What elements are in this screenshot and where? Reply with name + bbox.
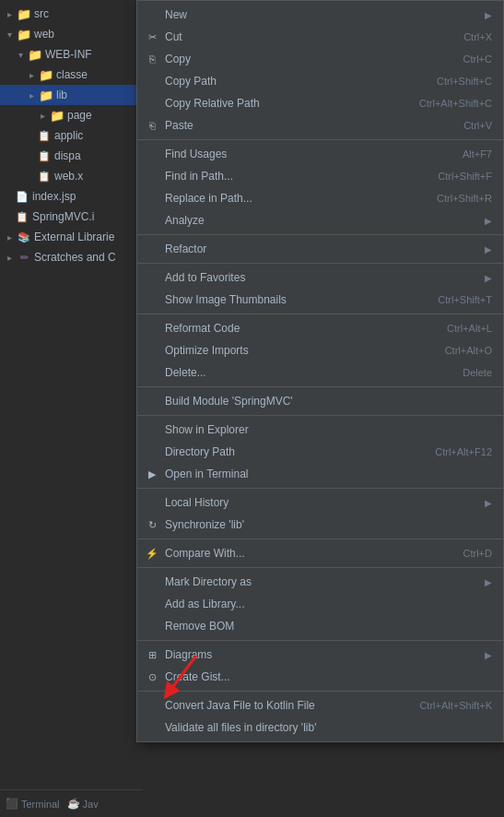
tree-item[interactable]: ▸✏ Scratches and C [0,247,143,267]
menu-item-local-history[interactable]: Local History ▶ [137,491,503,514]
menu-item-icon [145,7,159,22]
menu-shortcut: Ctrl+Alt+L [447,323,492,334]
folder-icon: 📁 [28,47,42,62]
tree-item[interactable]: 📄 index.jsp [0,186,143,207]
tree-item-label: lib [56,89,67,101]
menu-item-add-as-library[interactable]: Add as Library... [137,593,503,615]
menu-item-add-to-favorites[interactable]: Add to Favorites ▶ [137,266,503,289]
file-icon: 📋 [37,169,52,184]
tree-item-label: WEB-INF [45,48,92,61]
menu-item-icon: ▶ [145,467,159,481]
menu-item-find-in-path[interactable]: Find in Path... Ctrl+Shift+F [137,165,503,187]
tree-item-label: classe [56,68,88,81]
menu-shortcut: Ctrl+Alt+O [445,345,492,356]
menu-separator [137,314,503,314]
menu-item-directory-path[interactable]: Directory Path Ctrl+Alt+F12 [137,441,503,463]
menu-item-compare-with[interactable]: ⚡ Compare With... Ctrl+D [137,542,503,564]
menu-item-analyze[interactable]: Analyze ▶ [137,209,503,231]
menu-item-label: Analyze [165,214,205,227]
folder-icon: 📁 [39,67,53,82]
menu-item-replace-in-path[interactable]: Replace in Path... Ctrl+Shift+R [137,187,503,209]
menu-item-icon [145,394,159,408]
menu-item-label: Cut [165,30,182,43]
file-icon: 📋 [37,128,52,143]
menu-item-delete[interactable]: Delete... Delete [137,361,503,384]
tree-item[interactable]: ▸📁 lib [0,85,143,105]
menu-item-label: Compare With... [165,547,245,560]
menu-item-find-usages[interactable]: Find Usages Alt+F7 [137,143,503,165]
terminal-tab[interactable]: ⬛ Terminal [6,798,60,810]
menu-item-label: Paste [165,119,193,132]
menu-item-label: Open in Terminal [165,468,249,480]
menu-item-new[interactable]: New ▶ [137,4,503,26]
menu-item-label: Copy Path [165,75,217,88]
menu-item-reformat-code[interactable]: Reformat Code Ctrl+Alt+L [137,317,503,339]
tree-item-label: SpringMVC.i [32,210,94,223]
tree-item[interactable]: ▸📚 External Librarie [0,227,143,247]
menu-item-optimize-imports[interactable]: Optimize Imports Ctrl+Alt+O [137,339,503,361]
menu-item-label: Local History [165,496,229,509]
menu-item-refactor[interactable]: Refactor ▶ [137,238,503,260]
menu-item-icon: ✂ [145,30,159,44]
project-tree: ▸📁 src ▾📁 web ▾📁 WEB-INF ▸📁 classe ▸📁 li… [0,0,143,817]
tree-item-label: web.x [54,170,83,183]
menu-item-cut[interactable]: ✂ Cut Ctrl+X [137,26,503,48]
menu-item-label: Convert Java File to Kotlin File [165,699,315,712]
menu-item-label: Diagrams [165,648,212,661]
tree-item[interactable]: ▸📁 src [0,4,143,24]
menu-item-copy-path[interactable]: Copy Path Ctrl+Shift+C [137,70,503,92]
tree-item[interactable]: ▸📁 page [0,105,143,125]
tree-item[interactable]: ▸📁 classe [0,65,143,85]
java-icon: ☕ [67,798,80,810]
menu-item-show-in-explorer[interactable]: Show in Explorer [137,419,503,441]
menu-item-copy[interactable]: ⎘ Copy Ctrl+C [137,48,503,70]
menu-item-label: Find in Path... [165,170,233,183]
tree-arrow: ▸ [37,110,48,121]
tree-item[interactable]: ▾📁 WEB-INF [0,44,143,65]
menu-shortcut: Ctrl+Alt+Shift+K [419,700,492,711]
menu-item-icon: ⊙ [145,669,159,684]
menu-item-icon [145,444,159,459]
tree-arrow: ▸ [4,8,15,19]
menu-item-icon [145,597,159,611]
tree-item-label: Scratches and C [34,251,116,264]
menu-item-label: Mark Directory as [165,575,252,588]
menu-item-icon [145,191,159,206]
menu-item-mark-directory-as[interactable]: Mark Directory as ▶ [137,571,503,593]
tree-item[interactable]: ▾📁 web [0,24,143,44]
menu-item-label: Show in Explorer [165,423,249,436]
menu-item-label: Reformat Code [165,322,240,335]
tree-item[interactable]: 📋 applic [0,125,143,146]
menu-item-build-module[interactable]: Build Module 'SpringMVC' [137,390,503,412]
menu-item-diagrams[interactable]: ⊞ Diagrams ▶ [137,644,503,666]
submenu-arrow: ▶ [485,10,492,20]
menu-item-icon [145,321,159,336]
tree-item[interactable]: 📋 web.x [0,166,143,186]
menu-item-copy-relative-path[interactable]: Copy Relative Path Ctrl+Alt+Shift+C [137,92,503,114]
menu-item-icon: ⎘ [145,52,159,66]
menu-item-icon [145,574,159,589]
menu-item-remove-bom[interactable]: Remove BOM [137,615,503,637]
java-tab[interactable]: ☕ Jav [67,798,99,810]
tree-arrow: ▸ [4,231,15,243]
menu-item-paste[interactable]: ⎗ Paste Ctrl+V [137,114,503,136]
tree-arrow: ▸ [26,89,37,101]
menu-item-label: New [165,8,187,21]
submenu-arrow: ▶ [485,650,492,660]
tree-item[interactable]: 📋 dispa [0,146,143,166]
menu-item-convert-java[interactable]: Convert Java File to Kotlin File Ctrl+Al… [137,694,503,716]
menu-item-open-in-terminal[interactable]: ▶ Open in Terminal [137,463,503,485]
menu-item-label: Copy [165,53,191,65]
menu-item-label: Refactor [165,243,206,255]
tree-item-label: page [67,109,92,122]
menu-item-label: Build Module 'SpringMVC' [165,395,293,408]
menu-item-validate-files[interactable]: Validate all files in directory 'lib' [137,716,503,739]
menu-shortcut: Ctrl+X [463,31,492,42]
menu-item-label: Show Image Thumbnails [165,293,287,306]
menu-separator [137,691,503,692]
menu-item-show-image-thumbnails[interactable]: Show Image Thumbnails Ctrl+Shift+T [137,289,503,311]
menu-item-create-gist[interactable]: ⊙ Create Gist... [137,666,503,688]
menu-item-icon [145,698,159,713]
tree-item[interactable]: 📋 SpringMVC.i [0,207,143,227]
menu-item-synchronize[interactable]: ↻ Synchronize 'lib' [137,514,503,536]
